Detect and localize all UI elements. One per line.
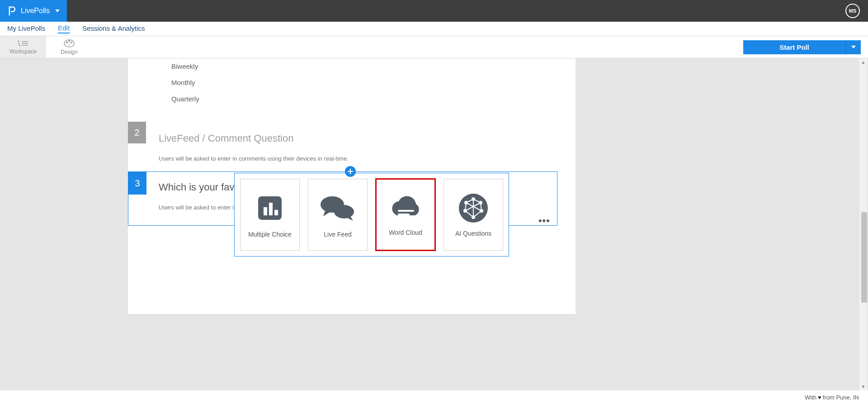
toolbar-left: Workspace Design bbox=[0, 36, 92, 58]
subnav: My LivePolls Edit Sessions & Analytics bbox=[0, 22, 868, 36]
avatar-initials: MS bbox=[849, 8, 857, 14]
toolbar-right: Start Poll bbox=[743, 40, 861, 54]
topbar: LivePolls MS bbox=[0, 0, 868, 22]
nav-my-livepolls[interactable]: My LivePolls bbox=[7, 24, 45, 33]
caret-down-icon bbox=[55, 10, 60, 12]
topbar-left: LivePolls bbox=[0, 0, 67, 22]
user-avatar[interactable]: MS bbox=[845, 4, 860, 18]
nav-edit[interactable]: Edit bbox=[58, 24, 70, 33]
tool-workspace-label: Workspace bbox=[9, 48, 37, 55]
tool-design[interactable]: Design bbox=[46, 36, 92, 58]
tool-workspace[interactable]: Workspace bbox=[0, 36, 46, 58]
workspace-icon bbox=[17, 39, 29, 48]
design-icon bbox=[63, 39, 75, 48]
start-poll-dropdown[interactable] bbox=[845, 40, 861, 54]
tool-design-label: Design bbox=[61, 49, 77, 55]
brand-logo-icon bbox=[7, 5, 16, 16]
brand-dropdown[interactable]: LivePolls bbox=[0, 0, 67, 22]
start-poll-button[interactable]: Start Poll bbox=[743, 40, 845, 54]
svg-point-1 bbox=[66, 42, 68, 43]
caret-down-icon bbox=[851, 46, 856, 48]
nav-sessions[interactable]: Sessions & Analytics bbox=[82, 24, 145, 33]
toolbar: Workspace Design Start Poll bbox=[0, 36, 868, 58]
svg-point-3 bbox=[71, 42, 72, 43]
svg-point-2 bbox=[69, 41, 70, 42]
brand-label: LivePolls bbox=[21, 7, 50, 15]
